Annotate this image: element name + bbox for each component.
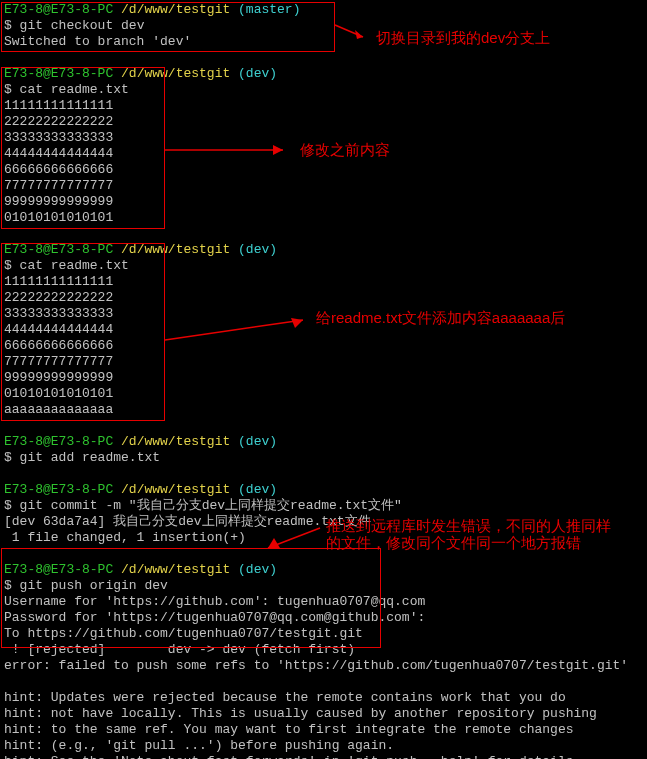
cmd-cat: cat readme.txt [20, 82, 129, 97]
svg-marker-5 [291, 318, 303, 328]
file-line: 22222222222222 [4, 114, 643, 130]
cmd-line: $ git add readme.txt [4, 450, 643, 466]
hint-line: hint: Updates were rejected because the … [4, 690, 643, 706]
prompt-line: E73-8@E73-8-PC /d/www/testgit (dev) [4, 562, 643, 578]
prompt-line: E73-8@E73-8-PC /d/www/testgit (dev) [4, 434, 643, 450]
prompt-user: E73-8@E73-8-PC [4, 2, 113, 17]
hint-line: hint: See the 'Note about fast-forwards'… [4, 754, 643, 759]
annotation-arrow [165, 315, 315, 345]
file-line: 66666666666666 [4, 162, 643, 178]
terminal-window: E73-8@E73-8-PC /d/www/testgit (master) $… [0, 0, 647, 759]
svg-line-4 [165, 320, 303, 340]
annotation-label-push-error: 推送到远程库时发生错误，不同的人推同样 的文件，修改同个文件同一个地方报错 [326, 517, 611, 551]
svg-marker-3 [273, 145, 283, 155]
cmd-line: $ git push origin dev [4, 578, 643, 594]
cmd-line: $ git commit -m "我自己分支dev上同样提交readme.txt… [4, 498, 643, 514]
file-line: 77777777777777 [4, 178, 643, 194]
annotation-label-checkout: 切换目录到我的dev分支上 [376, 30, 550, 46]
prompt-line: E73-8@E73-8-PC /d/www/testgit (dev) [4, 482, 643, 498]
file-line: 22222222222222 [4, 290, 643, 306]
prompt-branch: (master) [238, 2, 300, 17]
file-line: 77777777777777 [4, 354, 643, 370]
annotation-text: 的文件，修改同个文件同一个地方报错 [326, 534, 581, 551]
annotation-arrow [260, 528, 330, 553]
file-line: aaaaaaaaaaaaaa [4, 402, 643, 418]
file-line: 66666666666666 [4, 338, 643, 354]
annotation-label-cat-after: 给readme.txt文件添加内容aaaaaaa后 [316, 310, 565, 326]
push-output: To https://github.com/tugenhua0707/testg… [4, 626, 643, 642]
cmd-line: $ cat readme.txt [4, 82, 643, 98]
push-rejected: ! [rejected] dev -> dev (fetch first) [4, 642, 643, 658]
cmd-commit: git commit -m "我自己分支dev上同样提交readme.txt文件… [20, 498, 402, 513]
cmd-checkout: git checkout dev [20, 18, 145, 33]
file-line: 99999999999999 [4, 370, 643, 386]
cmd-line: $ cat readme.txt [4, 258, 643, 274]
file-line: 11111111111111 [4, 274, 643, 290]
prompt-path: /d/www/testgit [121, 2, 230, 17]
file-line: 11111111111111 [4, 98, 643, 114]
svg-marker-1 [355, 30, 363, 39]
annotation-label-cat-before: 修改之前内容 [300, 142, 390, 158]
push-error: error: failed to push some refs to 'http… [4, 658, 643, 674]
hint-line: hint: (e.g., 'git pull ...') before push… [4, 738, 643, 754]
file-line: 99999999999999 [4, 194, 643, 210]
file-line: 01010101010101 [4, 386, 643, 402]
annotation-arrow [165, 140, 295, 160]
prompt-line: E73-8@E73-8-PC /d/www/testgit (dev) [4, 242, 643, 258]
hint-line: hint: not have locally. This is usually … [4, 706, 643, 722]
push-output: Username for 'https://github.com': tugen… [4, 594, 643, 610]
hint-line: hint: to the same ref. You may want to f… [4, 722, 643, 738]
push-output: Password for 'https://tugenhua0707@qq.co… [4, 610, 643, 626]
svg-marker-7 [268, 538, 280, 548]
prompt-line: E73-8@E73-8-PC /d/www/testgit (master) [4, 2, 643, 18]
cmd-add: git add readme.txt [20, 450, 160, 465]
annotation-arrow [335, 25, 375, 45]
prompt-line: E73-8@E73-8-PC /d/www/testgit (dev) [4, 66, 643, 82]
annotation-text: 推送到远程库时发生错误，不同的人推同样 [326, 517, 611, 534]
file-line: 01010101010101 [4, 210, 643, 226]
cmd-push: git push origin dev [20, 578, 168, 593]
